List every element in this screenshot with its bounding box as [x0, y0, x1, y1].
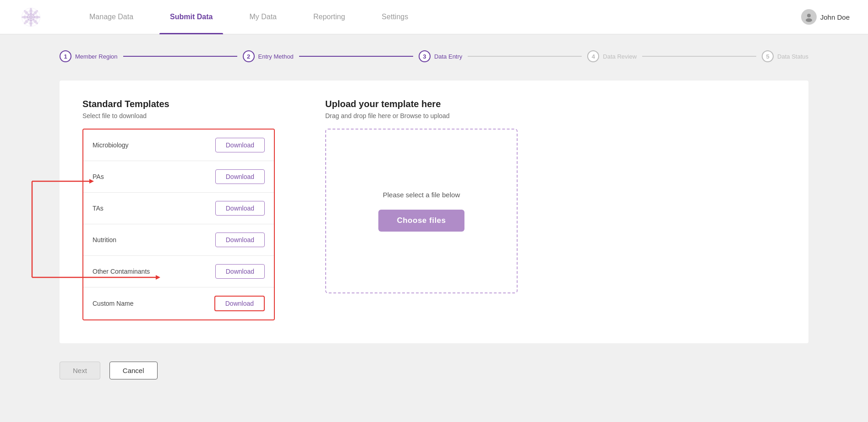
step-line-4-5	[642, 56, 756, 57]
header: Manage Data Submit Data My Data Reportin…	[0, 0, 868, 34]
templates-title: Standard Templates	[82, 99, 289, 109]
download-btn-custom-name[interactable]: Download	[214, 296, 265, 311]
step-4-label: Data Review	[603, 53, 637, 60]
svg-point-8	[23, 18, 30, 25]
svg-point-6	[32, 18, 39, 25]
upload-subtitle: Drag and drop file here or Browse to upl…	[325, 112, 786, 119]
left-section: Standard Templates Select file to downlo…	[82, 99, 289, 320]
step-1-label: Member Region	[75, 53, 118, 60]
nav-manage-data[interactable]: Manage Data	[71, 0, 152, 34]
step-3-label: Data Entry	[434, 53, 462, 60]
step-2: 2 Entry Method	[243, 50, 294, 62]
choose-files-button[interactable]: Choose files	[378, 210, 464, 232]
logo	[18, 5, 44, 30]
upload-dropzone[interactable]: Please select a file below Choose files	[325, 129, 518, 293]
upload-title: Upload your template here	[325, 99, 786, 109]
footer-buttons: Next Cancel	[60, 362, 808, 379]
main-container: 1 Member Region 2 Entry Method 3 Data En…	[0, 34, 868, 422]
svg-point-12	[807, 14, 811, 17]
right-section: Upload your template here Drag and drop …	[325, 99, 786, 320]
cancel-button[interactable]: Cancel	[109, 362, 158, 379]
nav-reporting[interactable]: Reporting	[295, 0, 363, 34]
nav-settings[interactable]: Settings	[363, 0, 426, 34]
step-1-circle: 1	[60, 50, 71, 62]
steps-wizard: 1 Member Region 2 Entry Method 3 Data En…	[60, 34, 808, 81]
nav-submit-data[interactable]: Submit Data	[152, 0, 231, 34]
templates-table: Microbiology Download PAs Download TAs D…	[82, 129, 275, 320]
step-line-1-2	[123, 56, 237, 57]
svg-point-0	[29, 15, 33, 19]
next-button[interactable]: Next	[60, 362, 100, 379]
step-4: 4 Data Review	[587, 50, 637, 62]
step-4-circle: 4	[587, 50, 599, 62]
main-nav: Manage Data Submit Data My Data Reportin…	[71, 0, 801, 34]
step-5-circle: 5	[762, 50, 774, 62]
template-name-pas: PAs	[93, 173, 104, 180]
user-menu[interactable]: John Doe	[801, 9, 850, 25]
step-3: 3 Data Entry	[419, 50, 462, 62]
template-name-other-contaminants: Other Contaminants	[93, 268, 150, 275]
template-row-pas: PAs Download	[83, 161, 274, 193]
template-name-tas: TAs	[93, 205, 104, 212]
template-name-nutrition: Nutrition	[93, 236, 116, 243]
step-5-label: Data Status	[777, 53, 808, 60]
step-1: 1 Member Region	[60, 50, 118, 62]
user-avatar-icon	[801, 9, 817, 25]
template-row-other-contaminants: Other Contaminants Download	[83, 256, 274, 287]
upload-placeholder-text: Please select a file below	[383, 191, 460, 199]
svg-point-13	[806, 18, 812, 22]
svg-point-5	[23, 9, 30, 16]
svg-point-7	[32, 9, 39, 16]
nav-my-data[interactable]: My Data	[231, 0, 295, 34]
download-btn-microbiology[interactable]: Download	[215, 138, 265, 152]
download-btn-pas[interactable]: Download	[215, 169, 265, 184]
template-row-microbiology: Microbiology Download	[83, 130, 274, 161]
step-line-3-4	[468, 56, 582, 57]
step-2-label: Entry Method	[258, 53, 294, 60]
content-area: Standard Templates Select file to downlo…	[60, 81, 808, 343]
download-btn-other-contaminants[interactable]: Download	[215, 264, 265, 279]
template-name-custom-name: Custom Name	[93, 300, 133, 307]
template-row-tas: TAs Download	[83, 193, 274, 224]
templates-subtitle: Select file to download	[82, 112, 289, 119]
step-3-circle: 3	[419, 50, 431, 62]
step-line-2-3	[299, 56, 413, 57]
download-btn-tas[interactable]: Download	[215, 201, 265, 216]
step-2-circle: 2	[243, 50, 255, 62]
user-name: John Doe	[820, 13, 850, 21]
template-name-microbiology: Microbiology	[93, 141, 129, 149]
template-row-custom-name: Custom Name Download	[83, 287, 274, 319]
step-5: 5 Data Status	[762, 50, 808, 62]
download-btn-nutrition[interactable]: Download	[215, 233, 265, 247]
template-row-nutrition: Nutrition Download	[83, 224, 274, 256]
